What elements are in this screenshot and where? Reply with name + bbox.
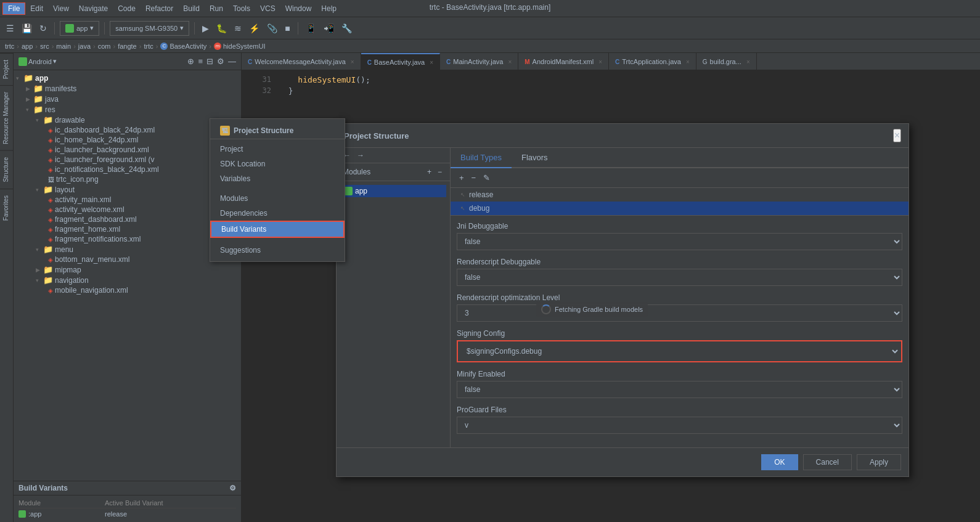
gradle-btn[interactable]: 🔧 (339, 22, 354, 35)
tree-java[interactable]: ▶ 📁 java (14, 94, 241, 104)
tab-welcome[interactable]: C WelcomeMessageActivity.java × (242, 53, 361, 70)
popup-variables[interactable]: Variables (210, 171, 345, 186)
tab-manifest[interactable]: M AndroidManifest.xml × (518, 53, 609, 70)
tree-drawable[interactable]: ▾ 📁 drawable (14, 115, 241, 125)
menu-run[interactable]: Run (205, 3, 228, 14)
tree-res[interactable]: ▾ 📁 res (14, 104, 241, 115)
left-tab-structure[interactable]: Structure (0, 150, 13, 189)
tree-menu[interactable]: ▾ 📁 menu (14, 244, 241, 255)
left-tab-project[interactable]: Project (0, 53, 13, 85)
modules-add-btn[interactable]: + (425, 167, 433, 177)
breadcrumb-src[interactable]: src (40, 43, 49, 50)
build-type-debug[interactable]: ↖ debug (451, 202, 909, 215)
breadcrumb-java[interactable]: java (78, 43, 91, 50)
debug-btn[interactable]: 🐛 (214, 22, 229, 35)
tab-application[interactable]: C TrtcApplication.java × (609, 53, 696, 70)
menu-file[interactable]: File (2, 2, 25, 15)
nav-forward-btn[interactable]: → (355, 150, 366, 160)
popup-modules[interactable]: Modules (210, 191, 345, 206)
tree-ic-launcher-bg[interactable]: ◈ ic_launcher_background.xml (14, 145, 241, 155)
tree-ic-dashboard[interactable]: ◈ ic_dashboard_black_24dp.xml (14, 125, 241, 135)
avd-btn[interactable]: 📲 (321, 22, 337, 35)
left-tab-resource[interactable]: Resource Manager (0, 85, 13, 150)
prop-minify-select[interactable]: false (457, 381, 902, 398)
toolbar-menu-btn[interactable]: ☰ (4, 22, 17, 35)
breadcrumb-trtc2[interactable]: trtc (144, 43, 153, 50)
popup-build-variants[interactable]: Build Variants (210, 221, 345, 238)
breadcrumb-fangte[interactable]: fangte (118, 43, 137, 50)
left-tab-favorites[interactable]: Favorites (0, 189, 13, 227)
tree-manifests[interactable]: ▶ 📁 manifests (14, 83, 241, 94)
tree-ic-launcher-fg[interactable]: ◈ ic_launcher_foreground.xml (v (14, 155, 241, 165)
toolbar-save-btn[interactable]: 💾 (19, 22, 35, 35)
breadcrumb-baseactivity[interactable]: C BaseActivity (160, 43, 206, 50)
menu-window[interactable]: Window (280, 3, 317, 14)
menu-edit[interactable]: Edit (25, 3, 48, 14)
attach-btn[interactable]: 📎 (264, 22, 280, 35)
popup-sdk-location[interactable]: SDK Location (210, 157, 345, 171)
module-app[interactable]: app (340, 185, 446, 197)
prop-jni-select[interactable]: false (457, 233, 902, 250)
tree-layout[interactable]: ▾ 📁 layout (14, 184, 241, 195)
panel-filter-btn[interactable]: ⊟ (206, 57, 213, 66)
popup-suggestions[interactable]: Suggestions (210, 243, 345, 258)
tree-trtc-icon[interactable]: 🖼 trtc_icon.png (14, 174, 241, 184)
stop-btn[interactable]: ■ (282, 22, 292, 35)
breadcrumb-method[interactable]: m hideSystemUI (214, 43, 265, 50)
device-dropdown[interactable]: samsung SM-G9350 ▾ (110, 21, 189, 36)
android-dropdown[interactable]: Android ▾ (18, 57, 57, 66)
tab-close-manifest[interactable]: × (598, 59, 602, 65)
tree-activity-main[interactable]: ◈ activity_main.xml (14, 195, 241, 205)
app-dropdown[interactable]: app ▾ (60, 21, 99, 36)
tab-flavors[interactable]: Flavors (512, 148, 558, 168)
panel-scroll-btn[interactable]: ≡ (198, 57, 203, 66)
coverage-btn[interactable]: ≋ (232, 22, 244, 35)
menu-help[interactable]: Help (316, 3, 341, 14)
cancel-button[interactable]: Cancel (803, 454, 852, 470)
tree-activity-welcome[interactable]: ◈ activity_welcome.xml (14, 205, 241, 214)
breadcrumb-com[interactable]: com (98, 43, 111, 50)
panel-gear-btn[interactable]: ⚙ (217, 57, 224, 66)
ok-button[interactable]: OK (761, 454, 798, 470)
tree-ic-home[interactable]: ◈ ic_home_black_24dp.xml (14, 135, 241, 145)
prop-proguard-select[interactable]: v (457, 417, 902, 434)
panel-close-btn[interactable]: — (228, 57, 236, 66)
breadcrumb-main[interactable]: main (56, 43, 71, 50)
popup-dependencies[interactable]: Dependencies (210, 206, 345, 221)
tree-app[interactable]: ▾ 📁 app (14, 73, 241, 83)
dialog-close-btn[interactable]: × (893, 129, 901, 142)
tree-fragment-dashboard[interactable]: ◈ fragment_dashboard.xml (14, 214, 241, 224)
prop-renderscript-opt-select[interactable]: 3 (457, 304, 902, 322)
tab-gradle[interactable]: G build.gra... × (696, 53, 757, 70)
run-btn[interactable]: ▶ (200, 22, 211, 35)
menu-refactor[interactable]: Refactor (141, 3, 178, 14)
menu-code[interactable]: Code (113, 3, 141, 14)
profile-btn[interactable]: ⚡ (247, 22, 262, 35)
breadcrumb-trtc[interactable]: trtc (5, 43, 14, 50)
tab-close-application[interactable]: × (686, 59, 690, 65)
tab-mainactivity[interactable]: C MainActivity.java × (440, 53, 518, 70)
tree-mipmap[interactable]: ▶ 📁 mipmap (14, 264, 241, 275)
menu-navigate[interactable]: Navigate (74, 3, 113, 14)
build-add-btn[interactable]: + (457, 172, 467, 184)
modules-remove-btn[interactable]: − (436, 167, 444, 177)
tab-close-baseactivity[interactable]: × (430, 59, 433, 66)
tab-close-mainactivity[interactable]: × (508, 59, 512, 65)
tab-build-types[interactable]: Build Types (451, 148, 512, 168)
tree-bottom-nav-menu[interactable]: ◈ bottom_nav_menu.xml (14, 255, 241, 264)
popup-project[interactable]: Project (210, 142, 345, 157)
tree-navigation[interactable]: ▾ 📁 navigation (14, 275, 241, 285)
apply-button[interactable]: Apply (857, 454, 901, 470)
build-type-release[interactable]: ↖ release (451, 188, 909, 202)
menu-tools[interactable]: Tools (228, 3, 255, 14)
tree-fragment-home[interactable]: ◈ fragment_home.xml (14, 224, 241, 234)
menu-view[interactable]: View (48, 3, 74, 14)
tree-ic-notifications[interactable]: ◈ ic_notifications_black_24dp.xml (14, 165, 241, 174)
prop-renderscript-select[interactable]: false (457, 269, 902, 286)
tree-mobile-navigation[interactable]: ◈ mobile_navigation.xml (14, 285, 241, 295)
build-variants-gear[interactable]: ⚙ (229, 484, 236, 492)
breadcrumb-app[interactable]: app (22, 43, 33, 50)
prop-signing-select[interactable]: $signingConfigs.debug (459, 343, 900, 360)
sdk-btn[interactable]: 📱 (303, 22, 319, 35)
tab-close-welcome[interactable]: × (351, 59, 354, 65)
